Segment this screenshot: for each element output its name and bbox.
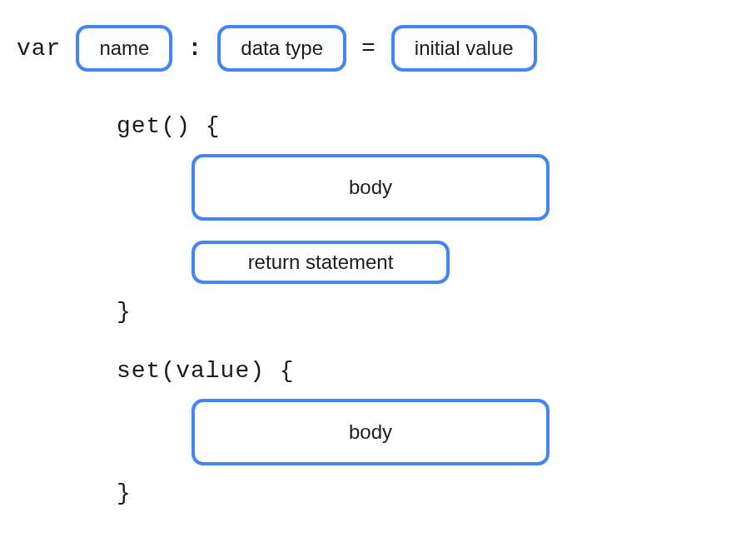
placeholder-data-type: data type bbox=[217, 25, 346, 72]
placeholder-initial-value: initial value bbox=[391, 25, 537, 72]
getter-close-brace: } bbox=[117, 299, 739, 325]
setter-block: set(value) { body } bbox=[117, 358, 739, 506]
getter-block: get() { body return statement } bbox=[117, 113, 739, 325]
setter-close-brace: } bbox=[117, 480, 739, 506]
getter-inner: body return statement bbox=[191, 154, 739, 284]
setter-signature: set(value) { bbox=[117, 358, 739, 384]
getter-signature: get() { bbox=[117, 113, 739, 139]
keyword-var: var bbox=[17, 36, 61, 62]
declaration-row: var name : data type = initial value bbox=[17, 25, 739, 72]
placeholder-name: name bbox=[76, 25, 172, 72]
symbol-colon: : bbox=[187, 36, 202, 62]
setter-body-placeholder: body bbox=[191, 399, 550, 465]
symbol-equals: = bbox=[361, 36, 376, 62]
getter-return-placeholder: return statement bbox=[191, 241, 450, 284]
getter-body-placeholder: body bbox=[191, 154, 550, 221]
setter-inner: body bbox=[191, 399, 739, 465]
